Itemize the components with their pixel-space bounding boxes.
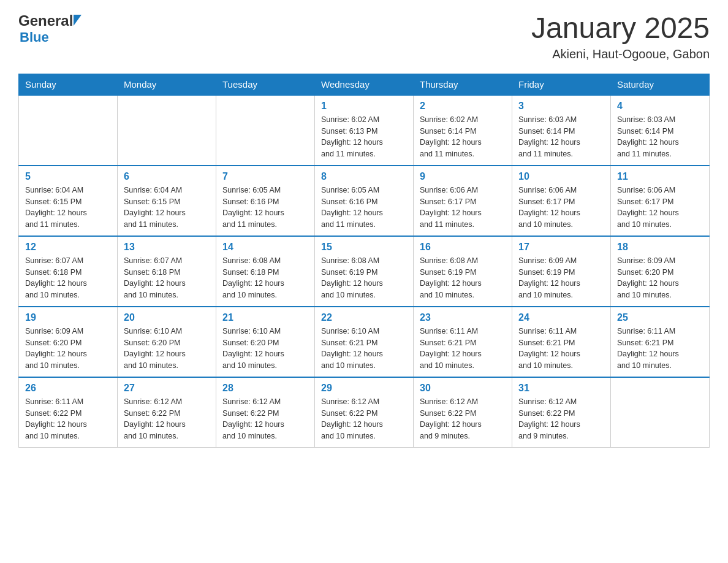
calendar-cell-30: 30Sunrise: 6:12 AM Sunset: 6:22 PM Dayli… xyxy=(414,377,512,448)
calendar-cell-16: 16Sunrise: 6:08 AM Sunset: 6:19 PM Dayli… xyxy=(414,236,512,307)
calendar-cell-29: 29Sunrise: 6:12 AM Sunset: 6:22 PM Dayli… xyxy=(315,377,414,448)
day-info: Sunrise: 6:05 AM Sunset: 6:16 PM Dayligh… xyxy=(321,185,407,231)
day-number: 16 xyxy=(420,242,506,253)
logo-triangle-icon xyxy=(74,15,82,26)
calendar-cell-6: 6Sunrise: 6:04 AM Sunset: 6:15 PM Daylig… xyxy=(118,166,216,236)
day-number: 29 xyxy=(321,383,407,394)
logo-blue-text: Blue xyxy=(20,29,49,45)
day-number: 4 xyxy=(617,101,703,112)
calendar-header-saturday: Saturday xyxy=(611,74,710,95)
day-number: 31 xyxy=(518,383,604,394)
day-number: 20 xyxy=(124,312,210,323)
calendar-header-row: SundayMondayTuesdayWednesdayThursdayFrid… xyxy=(19,74,710,95)
day-number: 18 xyxy=(617,242,703,253)
calendar-cell-13: 13Sunrise: 6:07 AM Sunset: 6:18 PM Dayli… xyxy=(118,236,216,307)
calendar-week-2: 5Sunrise: 6:04 AM Sunset: 6:15 PM Daylig… xyxy=(19,166,710,236)
day-info: Sunrise: 6:02 AM Sunset: 6:13 PM Dayligh… xyxy=(321,114,407,160)
calendar-cell-empty xyxy=(216,95,315,166)
calendar-cell-31: 31Sunrise: 6:12 AM Sunset: 6:22 PM Dayli… xyxy=(512,377,611,448)
day-number: 2 xyxy=(420,101,506,112)
calendar-cell-5: 5Sunrise: 6:04 AM Sunset: 6:15 PM Daylig… xyxy=(19,166,118,236)
day-number: 30 xyxy=(420,383,506,394)
day-number: 28 xyxy=(222,383,308,394)
day-info: Sunrise: 6:04 AM Sunset: 6:15 PM Dayligh… xyxy=(124,185,210,231)
calendar-header-sunday: Sunday xyxy=(19,74,118,95)
calendar-header-tuesday: Tuesday xyxy=(216,74,315,95)
calendar-cell-26: 26Sunrise: 6:11 AM Sunset: 6:22 PM Dayli… xyxy=(19,377,118,448)
day-number: 25 xyxy=(617,312,703,323)
day-info: Sunrise: 6:09 AM Sunset: 6:20 PM Dayligh… xyxy=(25,326,111,372)
day-number: 6 xyxy=(124,171,210,182)
calendar-cell-8: 8Sunrise: 6:05 AM Sunset: 6:16 PM Daylig… xyxy=(315,166,414,236)
calendar-table: SundayMondayTuesdayWednesdayThursdayFrid… xyxy=(18,74,710,448)
day-info: Sunrise: 6:11 AM Sunset: 6:21 PM Dayligh… xyxy=(420,326,506,372)
day-info: Sunrise: 6:10 AM Sunset: 6:20 PM Dayligh… xyxy=(124,326,210,372)
day-info: Sunrise: 6:06 AM Sunset: 6:17 PM Dayligh… xyxy=(420,185,506,231)
day-info: Sunrise: 6:12 AM Sunset: 6:22 PM Dayligh… xyxy=(321,396,407,442)
day-number: 26 xyxy=(25,383,111,394)
calendar-cell-15: 15Sunrise: 6:08 AM Sunset: 6:19 PM Dayli… xyxy=(315,236,414,307)
day-info: Sunrise: 6:07 AM Sunset: 6:18 PM Dayligh… xyxy=(25,255,111,301)
day-number: 1 xyxy=(321,101,407,112)
calendar-header-thursday: Thursday xyxy=(414,74,512,95)
day-number: 3 xyxy=(518,101,604,112)
day-number: 11 xyxy=(617,171,703,182)
day-info: Sunrise: 6:11 AM Sunset: 6:22 PM Dayligh… xyxy=(25,396,111,442)
calendar-cell-24: 24Sunrise: 6:11 AM Sunset: 6:21 PM Dayli… xyxy=(512,307,611,377)
calendar-cell-9: 9Sunrise: 6:06 AM Sunset: 6:17 PM Daylig… xyxy=(414,166,512,236)
day-info: Sunrise: 6:09 AM Sunset: 6:19 PM Dayligh… xyxy=(518,255,604,301)
calendar-cell-21: 21Sunrise: 6:10 AM Sunset: 6:20 PM Dayli… xyxy=(216,307,315,377)
calendar-cell-1: 1Sunrise: 6:02 AM Sunset: 6:13 PM Daylig… xyxy=(315,95,414,166)
page-header: General Blue January 2025 Akieni, Haut-O… xyxy=(18,12,710,61)
calendar-cell-3: 3Sunrise: 6:03 AM Sunset: 6:14 PM Daylig… xyxy=(512,95,611,166)
day-number: 12 xyxy=(25,242,111,253)
day-info: Sunrise: 6:09 AM Sunset: 6:20 PM Dayligh… xyxy=(617,255,703,301)
day-info: Sunrise: 6:06 AM Sunset: 6:17 PM Dayligh… xyxy=(617,185,703,231)
day-number: 24 xyxy=(518,312,604,323)
day-number: 13 xyxy=(124,242,210,253)
calendar-cell-2: 2Sunrise: 6:02 AM Sunset: 6:14 PM Daylig… xyxy=(414,95,512,166)
calendar-cell-22: 22Sunrise: 6:10 AM Sunset: 6:21 PM Dayli… xyxy=(315,307,414,377)
calendar-cell-4: 4Sunrise: 6:03 AM Sunset: 6:14 PM Daylig… xyxy=(611,95,710,166)
calendar-cell-17: 17Sunrise: 6:09 AM Sunset: 6:19 PM Dayli… xyxy=(512,236,611,307)
day-info: Sunrise: 6:12 AM Sunset: 6:22 PM Dayligh… xyxy=(420,396,506,442)
calendar-cell-empty xyxy=(611,377,710,448)
calendar-cell-19: 19Sunrise: 6:09 AM Sunset: 6:20 PM Dayli… xyxy=(19,307,118,377)
calendar-cell-20: 20Sunrise: 6:10 AM Sunset: 6:20 PM Dayli… xyxy=(118,307,216,377)
day-info: Sunrise: 6:07 AM Sunset: 6:18 PM Dayligh… xyxy=(124,255,210,301)
calendar-cell-empty xyxy=(118,95,216,166)
calendar-cell-27: 27Sunrise: 6:12 AM Sunset: 6:22 PM Dayli… xyxy=(118,377,216,448)
day-number: 21 xyxy=(222,312,308,323)
title-area: January 2025 Akieni, Haut-Ogooue, Gabon xyxy=(531,12,710,61)
day-info: Sunrise: 6:03 AM Sunset: 6:14 PM Dayligh… xyxy=(518,114,604,160)
calendar-cell-12: 12Sunrise: 6:07 AM Sunset: 6:18 PM Dayli… xyxy=(19,236,118,307)
calendar-week-4: 19Sunrise: 6:09 AM Sunset: 6:20 PM Dayli… xyxy=(19,307,710,377)
calendar-cell-25: 25Sunrise: 6:11 AM Sunset: 6:21 PM Dayli… xyxy=(611,307,710,377)
day-info: Sunrise: 6:12 AM Sunset: 6:22 PM Dayligh… xyxy=(222,396,308,442)
day-info: Sunrise: 6:06 AM Sunset: 6:17 PM Dayligh… xyxy=(518,185,604,231)
calendar-cell-18: 18Sunrise: 6:09 AM Sunset: 6:20 PM Dayli… xyxy=(611,236,710,307)
calendar-cell-11: 11Sunrise: 6:06 AM Sunset: 6:17 PM Dayli… xyxy=(611,166,710,236)
day-number: 19 xyxy=(25,312,111,323)
day-number: 5 xyxy=(25,171,111,182)
page-subtitle: Akieni, Haut-Ogooue, Gabon xyxy=(531,47,710,61)
day-info: Sunrise: 6:04 AM Sunset: 6:15 PM Dayligh… xyxy=(25,185,111,231)
day-info: Sunrise: 6:12 AM Sunset: 6:22 PM Dayligh… xyxy=(518,396,604,442)
calendar-cell-10: 10Sunrise: 6:06 AM Sunset: 6:17 PM Dayli… xyxy=(512,166,611,236)
calendar-cell-14: 14Sunrise: 6:08 AM Sunset: 6:18 PM Dayli… xyxy=(216,236,315,307)
day-number: 7 xyxy=(222,171,308,182)
day-number: 8 xyxy=(321,171,407,182)
day-info: Sunrise: 6:08 AM Sunset: 6:19 PM Dayligh… xyxy=(420,255,506,301)
day-info: Sunrise: 6:05 AM Sunset: 6:16 PM Dayligh… xyxy=(222,185,308,231)
day-info: Sunrise: 6:03 AM Sunset: 6:14 PM Dayligh… xyxy=(617,114,703,160)
calendar-header-monday: Monday xyxy=(118,74,216,95)
day-number: 14 xyxy=(222,242,308,253)
day-info: Sunrise: 6:10 AM Sunset: 6:20 PM Dayligh… xyxy=(222,326,308,372)
day-info: Sunrise: 6:11 AM Sunset: 6:21 PM Dayligh… xyxy=(617,326,703,372)
calendar-week-3: 12Sunrise: 6:07 AM Sunset: 6:18 PM Dayli… xyxy=(19,236,710,307)
day-info: Sunrise: 6:12 AM Sunset: 6:22 PM Dayligh… xyxy=(124,396,210,442)
calendar-header-friday: Friday xyxy=(512,74,611,95)
logo: General Blue xyxy=(18,12,82,45)
day-info: Sunrise: 6:10 AM Sunset: 6:21 PM Dayligh… xyxy=(321,326,407,372)
day-number: 17 xyxy=(518,242,604,253)
